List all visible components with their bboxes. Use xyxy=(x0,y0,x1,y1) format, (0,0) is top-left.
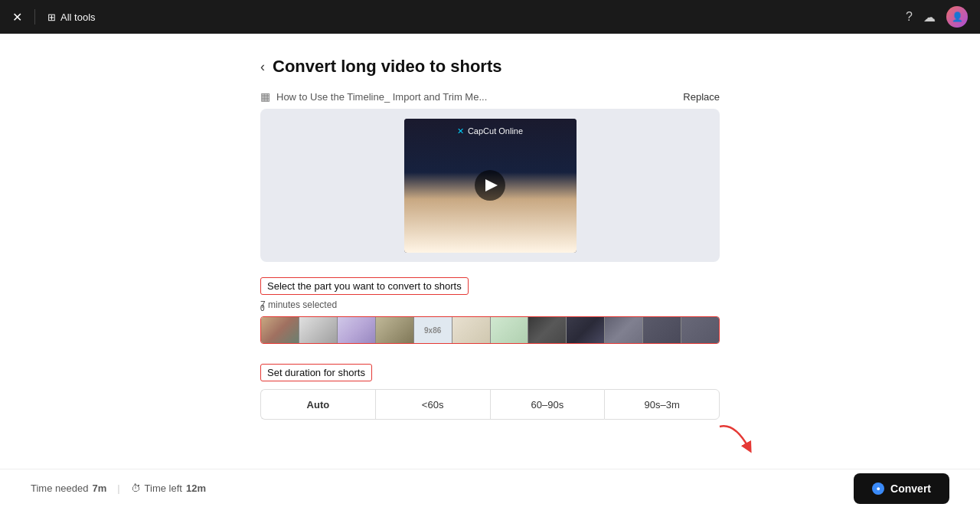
page-title: Convert long video to shorts xyxy=(273,57,501,77)
duration-section-header: Set duration for shorts xyxy=(260,364,720,381)
replace-button[interactable]: Replace xyxy=(683,91,720,103)
frame-3 xyxy=(338,317,376,343)
nav-right-actions: ? ☁ 👤 xyxy=(906,6,968,28)
convert-btn-icon: ● xyxy=(872,482,884,495)
time-needed-item: Time needed 7m xyxy=(31,482,106,494)
file-name: How to Use the Timeline_ Import and Trim… xyxy=(276,91,487,103)
main-content: ‹ Convert long video to shorts ▦ How to … xyxy=(0,34,980,507)
convert-btn-label: Convert xyxy=(890,482,931,495)
top-navigation: ✕ ⊞ All tools ? ☁ 👤 xyxy=(0,0,980,34)
frame-7 xyxy=(491,317,529,343)
capcut-watermark-text: CapCut Online xyxy=(468,126,523,136)
clock-icon: ⏱ xyxy=(131,482,141,494)
all-tools-grid-icon: ⊞ xyxy=(47,11,56,23)
red-arrow-icon xyxy=(712,419,758,457)
frame-6 xyxy=(452,317,491,343)
duration-90-3m-button[interactable]: 90s–3m xyxy=(604,389,720,420)
back-button[interactable]: ‹ xyxy=(260,59,265,75)
all-tools-nav[interactable]: ⊞ All tools xyxy=(47,11,96,23)
file-bar: ▦ How to Use the Timeline_ Import and Tr… xyxy=(260,90,720,103)
timeline-track[interactable]: 0 9x86 xyxy=(260,313,720,347)
avatar[interactable]: 👤 xyxy=(946,6,968,28)
capcut-watermark-icon: ✕ xyxy=(457,126,464,136)
help-icon[interactable]: ? xyxy=(906,10,913,24)
frame-1 xyxy=(261,317,299,343)
duration-label: Set duration for shorts xyxy=(260,364,372,381)
convert-button[interactable]: ● Convert xyxy=(854,473,949,504)
select-section-header: Select the part you want to convert to s… xyxy=(260,277,720,295)
capcut-logo-icon[interactable]: ✕ xyxy=(12,10,22,25)
frame-5: 9x86 xyxy=(414,317,452,343)
duration-section: Set duration for shorts Auto <60s 60–90s… xyxy=(260,364,720,420)
time-left-value: 12m xyxy=(186,482,206,494)
play-triangle-icon xyxy=(485,179,498,191)
play-button[interactable] xyxy=(475,170,505,201)
timeline-frames[interactable]: 9x86 xyxy=(260,316,720,344)
bottom-bar-info: Time needed 7m | ⏱ Time left 12m xyxy=(31,482,206,494)
time-left-item: ⏱ Time left 12m xyxy=(131,482,206,494)
frame-8 xyxy=(528,317,567,343)
select-label: Select the part you want to convert to s… xyxy=(260,277,469,295)
time-selected-label: 7 minutes selected xyxy=(260,299,720,310)
frame-10 xyxy=(605,317,643,343)
video-player: ✕ CapCut Online xyxy=(404,119,577,253)
duration-button-group: Auto <60s 60–90s 90s–3m xyxy=(260,389,720,420)
timeline-marker: 0 xyxy=(260,304,265,312)
time-needed-value: 7m xyxy=(92,482,106,494)
time-needed-label: Time needed xyxy=(31,482,88,494)
timeline-bar: 7 minutes selected 0 9x86 xyxy=(260,299,720,347)
red-arrow-annotation xyxy=(712,419,758,457)
storage-icon[interactable]: ☁ xyxy=(923,10,936,25)
frame-2 xyxy=(299,317,338,343)
file-info: ▦ How to Use the Timeline_ Import and Tr… xyxy=(260,90,487,103)
file-video-icon: ▦ xyxy=(260,90,270,103)
time-left-label: Time left xyxy=(145,482,182,494)
page-header: ‹ Convert long video to shorts xyxy=(260,57,720,77)
frame-4 xyxy=(376,317,414,343)
video-preview-area: ✕ CapCut Online xyxy=(260,109,720,262)
frame-12 xyxy=(681,317,719,343)
frame-11 xyxy=(643,317,681,343)
video-watermark: ✕ CapCut Online xyxy=(457,126,523,136)
convert-btn-dot: ● xyxy=(876,485,880,492)
bottom-bar: Time needed 7m | ⏱ Time left 12m ● Conve… xyxy=(0,469,980,507)
all-tools-label: All tools xyxy=(60,11,96,23)
duration-auto-button[interactable]: Auto xyxy=(260,389,375,420)
frame-9 xyxy=(567,317,605,343)
nav-divider xyxy=(34,9,35,25)
avatar-initials: 👤 xyxy=(952,11,963,22)
pipe-separator: | xyxy=(117,482,119,494)
duration-lt60-button[interactable]: <60s xyxy=(375,389,491,420)
duration-60-90-button[interactable]: 60–90s xyxy=(491,389,605,420)
